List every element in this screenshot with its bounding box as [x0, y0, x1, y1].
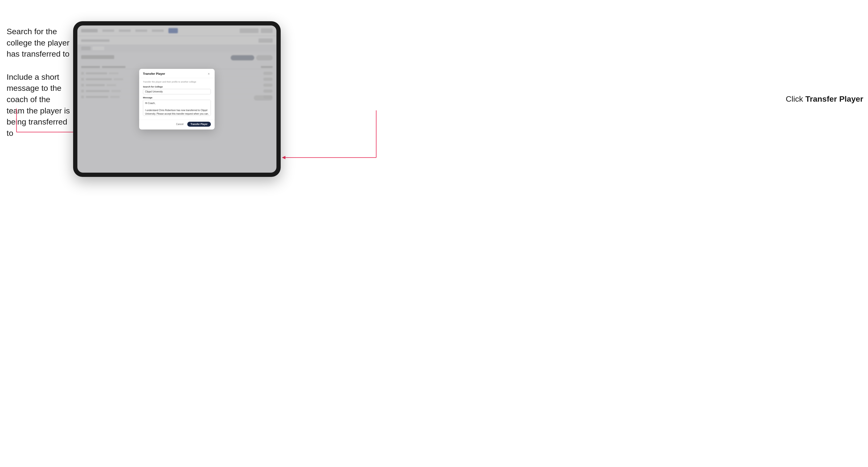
transfer-player-button[interactable]: Transfer Player — [187, 122, 211, 127]
annotation-message-text: Include a short message to the coach of … — [7, 72, 70, 137]
search-college-label: Search for College — [143, 85, 211, 88]
modal-header: Transfer Player × — [139, 69, 215, 78]
annotation-right: Click Transfer Player — [786, 94, 863, 103]
annotation-left: Search for the college the player has tr… — [7, 26, 70, 139]
search-college-input[interactable] — [143, 89, 211, 94]
svg-marker-6 — [282, 156, 285, 159]
message-textarea[interactable]: Hi Coach, I understand Chris Robertson h… — [143, 100, 211, 116]
modal-body: Transfer the player and their profile to… — [139, 78, 215, 120]
message-label: Message — [143, 96, 211, 99]
modal-overlay: Transfer Player × Transfer the player an… — [78, 26, 276, 173]
modal-title: Transfer Player — [143, 72, 165, 75]
modal-footer: Cancel Transfer Player — [139, 120, 215, 129]
annotation-search-text: Search for the college the player has tr… — [7, 27, 69, 58]
transfer-player-modal: Transfer Player × Transfer the player an… — [139, 69, 215, 129]
cancel-button[interactable]: Cancel — [174, 122, 185, 126]
tablet-frame: Transfer Player × Transfer the player an… — [73, 21, 281, 177]
modal-subtitle: Transfer the player and their profile to… — [143, 81, 211, 83]
tablet-screen: Transfer Player × Transfer the player an… — [78, 26, 276, 173]
modal-close-button[interactable]: × — [207, 72, 211, 76]
